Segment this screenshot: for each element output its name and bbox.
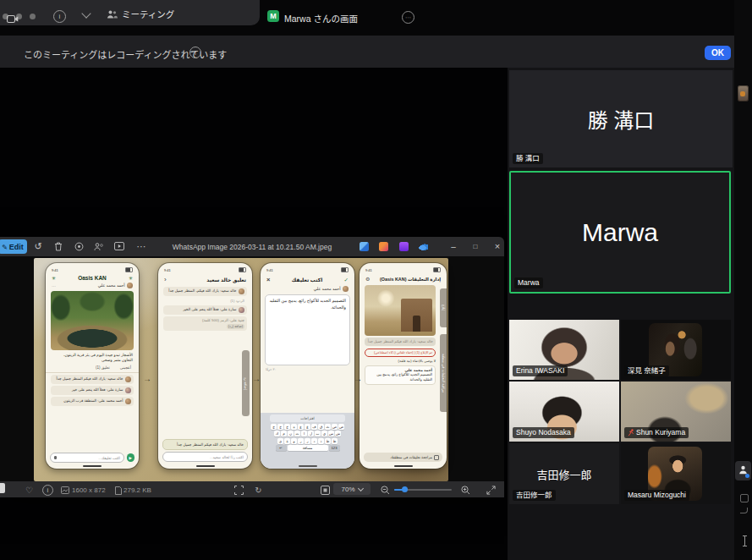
participant-tile-naoko-fukami[interactable]: 深見 奈緒子 bbox=[621, 320, 731, 380]
phone4-header: إدارة التعليقات (Oasis KAN) bbox=[360, 274, 447, 283]
thread-note: جنية علي: الرمز (500 كلمة) إضافة (رد) bbox=[163, 316, 247, 331]
post-more-icon: ⋯ bbox=[52, 283, 56, 288]
gallery-icon bbox=[0, 483, 5, 493]
avatar bbox=[125, 376, 131, 382]
participant-name-label: Masaru Mizoguchi bbox=[624, 490, 689, 501]
rotate-icon bbox=[32, 240, 44, 252]
arabic-keyboard: اقتراحات ضصثقفغعهخحج شسيبلاتنمك ظطذدزروة… bbox=[261, 413, 354, 469]
phone2-time: 9:41 bbox=[164, 268, 171, 272]
moderation-bottom-bar: مراجعة تعليقات في منطقتك bbox=[364, 453, 442, 462]
participant-tile-erina-iwasaki[interactable]: Erina IWASAKI bbox=[509, 320, 619, 380]
participant-name-label: Shuyo Nodasaka bbox=[513, 427, 574, 438]
phone3-header: اكتب تعليقك bbox=[261, 274, 354, 285]
keyboard-row: شسيبلاتنمك bbox=[261, 431, 354, 436]
minimize-icon bbox=[447, 239, 460, 253]
participant-display-name: 勝 溝口 bbox=[588, 104, 655, 134]
participant-tile-shuichiro-yoshida[interactable]: 吉田修一郎 吉田修一郎 bbox=[509, 443, 619, 504]
window-control-dot-zoom[interactable] bbox=[30, 14, 36, 19]
participant-tile-shun-kuriyama[interactable]: Shun Kuriyama bbox=[621, 382, 731, 442]
designer-app-icon bbox=[360, 242, 369, 251]
edit-button: Edit bbox=[0, 239, 27, 254]
battery-icon bbox=[239, 267, 246, 272]
participant-tile-marwa-active-speaker[interactable]: Marwa Marwa bbox=[509, 171, 731, 294]
phone1-header: Oasis KAN bbox=[46, 274, 139, 282]
edit-button-label: Edit bbox=[9, 243, 24, 251]
desktop-app-icon[interactable] bbox=[738, 85, 749, 102]
participant-tile-katsu-mizoguchi[interactable]: 勝 溝口 勝 溝口 bbox=[509, 70, 733, 167]
compose-author-row: أحمد محمد علي bbox=[261, 285, 354, 293]
people-tag-icon bbox=[93, 240, 105, 252]
note-text: جنية علي: الرمز (500 كلمة) bbox=[202, 318, 244, 322]
oasis-photo bbox=[51, 291, 134, 350]
app-title: Oasis KAN bbox=[78, 275, 107, 281]
tab-marwa-screen[interactable]: Marwa さんの画面 bbox=[262, 7, 398, 25]
keyboard-row: ظطذدزروةى bbox=[261, 438, 354, 444]
shared-screen-region: Edit WhatsApp Image 2026-03-11 at 10.21.… bbox=[0, 68, 508, 560]
notification-badge bbox=[745, 474, 749, 478]
recording-camera-icon bbox=[7, 12, 19, 27]
zoom-level-value: 70% bbox=[341, 486, 354, 493]
palm-icon bbox=[52, 275, 56, 281]
moderation-bottom-label: مراجعة تعليقات في منطقتك bbox=[390, 455, 432, 459]
home-indicator bbox=[299, 465, 317, 467]
flow-arrow-icon: → bbox=[354, 374, 362, 383]
mud-building bbox=[401, 299, 432, 332]
recording-info-icon[interactable]: i bbox=[189, 47, 201, 58]
dimensions-icon bbox=[59, 485, 70, 496]
keyboard-row: ضصثقفغعهخحج bbox=[261, 424, 354, 430]
clipchamp-app-icon bbox=[399, 242, 409, 251]
selection-icon bbox=[233, 485, 244, 496]
comment-item: أحمد محمد علي: المنطقة قرب الزيتون bbox=[51, 397, 134, 406]
phone2-statusbar: 9:41 bbox=[158, 263, 252, 274]
participant-tile-masaru-mizoguchi[interactable]: Masaru Mizoguchi bbox=[621, 443, 731, 504]
desktop-glyph-icon[interactable] bbox=[740, 494, 749, 502]
ok-button[interactable]: OK bbox=[705, 46, 731, 60]
delete-icon bbox=[52, 240, 64, 252]
onedrive-cloud-icon bbox=[419, 242, 428, 251]
phone1-time: 9:41 bbox=[52, 268, 58, 272]
post-author: أحمد محمد علي bbox=[98, 283, 125, 288]
phone-mockup-compose: 9:41 اكتب تعليقك أحمد محمد علي التصميم ا… bbox=[261, 263, 354, 469]
zoom-out-icon bbox=[380, 485, 391, 496]
participant-name-label: 深見 奈緒子 bbox=[624, 365, 669, 376]
ai-flag-alert: تم الإبلاغ (1) | إخفاء تلقائي (ذكاء اصطن… bbox=[365, 349, 436, 357]
monitor-side-tab: مراقبة التعليقات في منطقة bbox=[440, 334, 447, 412]
pencil-icon bbox=[2, 243, 8, 251]
fit-to-window-icon bbox=[320, 485, 331, 496]
avatar bbox=[127, 283, 133, 288]
palm-icon bbox=[129, 275, 133, 281]
fullscreen-icon bbox=[486, 485, 497, 496]
zoom-meeting-window: i ミーティング Marwa さんの画面 このミーティングはレコーディングされて… bbox=[0, 0, 752, 560]
compose-title: اكتب تعليقك bbox=[292, 277, 322, 283]
info-icon[interactable]: i bbox=[53, 10, 66, 23]
home-indicator bbox=[83, 465, 102, 467]
zoom-level-dropdown: 70% bbox=[333, 483, 371, 495]
add-reply-chip: إضافة (رد) bbox=[227, 324, 244, 329]
comment-item: خالد سعيد: بارك الله فيكم المنظر جميل جد… bbox=[51, 375, 134, 384]
quoted-comment: خالد سعيد: بارك الله فيكم المنظر جميل جد… bbox=[162, 439, 248, 450]
desert-building-photo bbox=[365, 285, 436, 336]
file-info-icon: i bbox=[42, 485, 53, 496]
chevron-down-icon[interactable] bbox=[81, 8, 91, 18]
reply-text: سارة علي: فعلاً الله ينعم على الخير bbox=[183, 307, 236, 312]
moderation-title: إدارة التعليقات (Oasis KAN) bbox=[380, 277, 441, 282]
participant-tile-shuyo-nodasaka[interactable]: Shuyo Nodasaka bbox=[509, 382, 619, 442]
participant-display-name: Marwa bbox=[582, 218, 658, 247]
screen-share-icon bbox=[267, 10, 279, 22]
desktop-glyph-icon[interactable] bbox=[740, 508, 748, 513]
phone-mockup-feed: 9:41 Oasis KAN أحمد محمد علي ⋯ الأشجار ت… bbox=[46, 263, 139, 469]
thread-title: تعليق خالد سعيد bbox=[206, 277, 246, 283]
close-icon bbox=[266, 276, 270, 283]
more-options-icon[interactable] bbox=[402, 11, 414, 24]
report-side-tab: إبلاغ bbox=[440, 288, 447, 327]
comment-text: التصميم الجديد للأكواخ رائع، يدمج بين ال… bbox=[376, 372, 432, 382]
contacts-selected-icon[interactable] bbox=[735, 461, 751, 480]
tab-meeting[interactable]: ミーティング bbox=[122, 8, 174, 20]
flow-arrow-icon: → bbox=[252, 374, 261, 383]
participant-name-label: 吉田修一郎 bbox=[513, 490, 556, 501]
comment-text: خالد سعيد: بارك الله فيكم، المنظر جميل ج… bbox=[168, 288, 236, 294]
compose-textarea: التصميم الجديد للأكواخ رائع، يدمج بين ال… bbox=[265, 294, 350, 365]
mic-icon bbox=[54, 456, 57, 460]
window-titlebar: i ミーティング bbox=[0, 0, 260, 25]
participant-name-label: 勝 溝口 bbox=[513, 153, 543, 164]
